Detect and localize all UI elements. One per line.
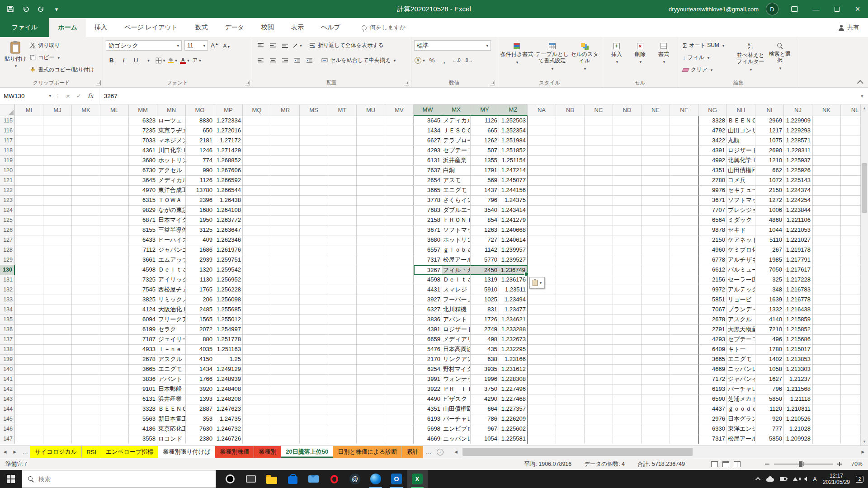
cell-NL134[interactable] <box>841 305 860 315</box>
formula-input[interactable]: 3267 <box>99 88 856 104</box>
cell-NG142[interactable]: 6193 <box>698 385 727 394</box>
cell-MZ118[interactable]: 1.251852 <box>499 146 528 156</box>
cell-MK120[interactable] <box>72 166 100 176</box>
cell-NC136[interactable] <box>585 325 613 335</box>
cell-NK132[interactable] <box>812 285 841 295</box>
cell-NG126[interactable]: 9878 <box>698 225 727 235</box>
cell-MZ121[interactable]: 1.245077 <box>499 176 528 186</box>
column-header-MK[interactable]: MK <box>72 104 100 116</box>
cell-NH140[interactable]: ニッパンレ <box>727 365 755 375</box>
cell-NC144[interactable] <box>585 404 613 414</box>
cell-MK129[interactable] <box>72 255 100 265</box>
cell-MT137[interactable] <box>328 335 357 345</box>
cell-MZ125[interactable]: 1.241279 <box>499 216 528 225</box>
cell-MY139[interactable]: 638 <box>471 355 499 365</box>
cell-NL145[interactable] <box>841 414 860 424</box>
cell-MK124[interactable] <box>72 206 100 216</box>
cell-NG146[interactable]: 6330 <box>698 424 727 434</box>
align-right-button[interactable] <box>279 55 291 66</box>
zoom-slider[interactable] <box>774 464 833 465</box>
row-header-144[interactable]: 144 <box>0 404 15 414</box>
cell-MJ135[interactable] <box>43 315 72 325</box>
cell-MU131[interactable] <box>357 275 385 285</box>
merge-center-button[interactable]: セルを結合して中央揃え ▾ <box>320 56 397 65</box>
cell-MK123[interactable] <box>72 196 100 206</box>
cell-NI139[interactable]: 1402 <box>755 355 784 365</box>
cell-MX145[interactable]: バーチャレ <box>442 414 471 424</box>
cell-ML145[interactable] <box>100 414 129 424</box>
cell-NJ115[interactable]: 1.229909 <box>784 116 812 126</box>
cell-ML137[interactable] <box>100 335 129 345</box>
cell-MQ119[interactable] <box>243 156 271 166</box>
cell-NG117[interactable]: 3422 <box>698 136 727 146</box>
cell-NL141[interactable] <box>841 375 860 385</box>
cell-NI121[interactable]: 1072 <box>755 176 784 186</box>
row-header-128[interactable]: 128 <box>0 245 15 255</box>
cell-NJ147[interactable]: 1.209928 <box>784 434 812 444</box>
cell-MS123[interactable] <box>300 196 328 206</box>
cell-NF119[interactable] <box>670 156 698 166</box>
cell-MX119[interactable]: 浜井産業 <box>442 156 471 166</box>
cell-NJ124[interactable]: 1.223844 <box>784 206 812 216</box>
cell-NE127[interactable] <box>642 235 670 245</box>
fill-button[interactable]: ↓ フィル ▾ <box>681 53 711 62</box>
cell-MO138[interactable]: 4035 <box>186 345 214 355</box>
cell-MS140[interactable] <box>300 365 328 375</box>
cell-ML131[interactable] <box>100 275 129 285</box>
cell-NI129[interactable]: 1985 <box>755 255 784 265</box>
cell-MZ131[interactable]: 1.236176 <box>499 275 528 285</box>
cell-MJ130[interactable] <box>43 265 72 275</box>
cell-MN137[interactable]: ジェイリー <box>157 335 186 345</box>
cell-NE131[interactable] <box>642 275 670 285</box>
cell-MI115[interactable] <box>15 116 43 126</box>
cell-MI147[interactable] <box>15 434 43 444</box>
cell-NJ144[interactable]: 1.210811 <box>784 404 812 414</box>
cell-NK117[interactable] <box>812 136 841 146</box>
cell-NC128[interactable] <box>585 245 613 255</box>
cell-MR115[interactable] <box>271 116 300 126</box>
cell-MI129[interactable] <box>15 255 43 265</box>
column-header-MX[interactable]: MX <box>442 104 471 116</box>
network-icon[interactable] <box>793 477 798 481</box>
cell-MS127[interactable] <box>300 235 328 245</box>
cell-MQ116[interactable] <box>243 126 271 136</box>
cell-MR123[interactable] <box>271 196 300 206</box>
tab-page-layout[interactable]: ページ レイアウト <box>116 18 186 37</box>
cell-MV141[interactable] <box>385 375 414 385</box>
cell-MY124[interactable]: 3540 <box>471 206 499 216</box>
cell-MT135[interactable] <box>328 315 357 325</box>
cell-MW122[interactable]: 3665 <box>414 186 442 196</box>
cell-NE144[interactable] <box>642 404 670 414</box>
cell-MQ130[interactable] <box>243 265 271 275</box>
cell-MX126[interactable]: ソフトマッ <box>442 225 471 235</box>
cell-NH129[interactable]: アルチザネ <box>727 255 755 265</box>
cell-MI141[interactable] <box>15 375 43 385</box>
volume-icon[interactable] <box>804 477 807 481</box>
cell-NI128[interactable]: 267 <box>755 245 784 255</box>
cell-ML138[interactable] <box>100 345 129 355</box>
cell-NJ116[interactable]: 1.229293 <box>784 126 812 136</box>
undo-icon[interactable] <box>22 5 30 13</box>
cell-NI127[interactable]: 5110 <box>755 235 784 245</box>
cell-NE121[interactable] <box>642 176 670 186</box>
cell-MT118[interactable] <box>328 146 357 156</box>
cell-MI123[interactable] <box>15 196 43 206</box>
cell-MI144[interactable] <box>15 404 43 414</box>
cell-MZ143[interactable]: 1.227468 <box>499 394 528 404</box>
column-header-MY[interactable]: MY <box>471 104 499 116</box>
cell-MO139[interactable]: 4150 <box>186 355 214 365</box>
cell-NA127[interactable] <box>528 235 556 245</box>
cell-MW120[interactable]: 7637 <box>414 166 442 176</box>
cell-NK145[interactable] <box>812 414 841 424</box>
cell-NH128[interactable]: ケミプロ化 <box>727 245 755 255</box>
cell-MR139[interactable] <box>271 355 300 365</box>
cell-MN124[interactable]: ながの東急 <box>157 206 186 216</box>
cell-NI130[interactable]: 7050 <box>755 265 784 275</box>
cell-NL132[interactable] <box>841 285 860 295</box>
cell-NK115[interactable] <box>812 116 841 126</box>
cell-MT132[interactable] <box>328 285 357 295</box>
cell-MR142[interactable] <box>271 385 300 394</box>
cell-MX142[interactable]: ＰＲ ＴＩ <box>442 385 471 394</box>
cell-MN128[interactable]: ジャパンエ <box>157 245 186 255</box>
cell-MW140[interactable]: 6254 <box>414 365 442 375</box>
